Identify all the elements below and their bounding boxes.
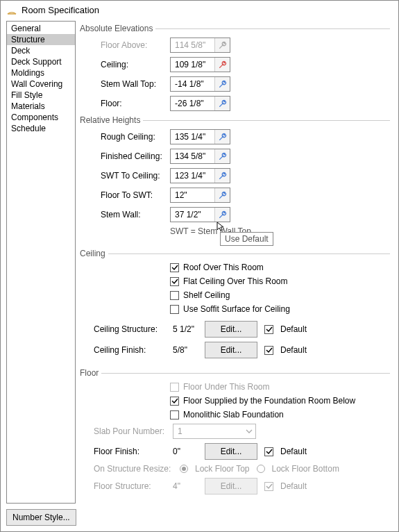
wrench-icon[interactable] <box>214 130 230 144</box>
ceiling-structure-label: Ceiling Structure: <box>94 324 166 334</box>
slab-pour-value: 1 <box>178 426 182 436</box>
floor-checkbox[interactable] <box>170 410 179 419</box>
sidebar-item-deck[interactable]: Deck <box>7 45 75 56</box>
floor-finish-default-checkbox[interactable] <box>264 447 273 456</box>
relative-label: Finished Ceiling: <box>101 151 170 161</box>
section-title: Ceiling <box>80 249 105 258</box>
relative-label: Rough Ceiling: <box>101 132 170 142</box>
slab-pour-label: Slab Pour Number: <box>94 426 166 436</box>
ceiling-checkbox[interactable] <box>170 277 179 286</box>
wrench-icon <box>214 38 230 52</box>
floor-structure-default-checkbox <box>264 482 273 491</box>
number-style-button[interactable]: Number Style... <box>6 509 76 526</box>
relative-input[interactable] <box>171 188 214 202</box>
content-panel: ▸▸▸ Absolute Elevations Floor Above:Ceil… <box>80 21 393 504</box>
absolute-input[interactable] <box>171 58 214 72</box>
default-label: Default <box>280 447 307 456</box>
ceiling-check-row: Flat Ceiling Over This Room <box>80 276 390 286</box>
floor-structure-value: 4" <box>173 481 198 491</box>
absolute-input-group <box>170 96 230 111</box>
floor-structure-row: Floor Structure: 4" Edit... Default <box>80 478 390 494</box>
default-label: Default <box>280 481 307 491</box>
absolute-label: Floor: <box>101 99 170 108</box>
wrench-icon[interactable] <box>214 208 230 222</box>
floor-finish-edit-button[interactable]: Edit... <box>205 443 257 460</box>
structure-resize-row: On Structure Resize: Lock Floor Top Lock… <box>80 464 390 474</box>
wrench-icon[interactable] <box>214 77 230 91</box>
absolute-input-group <box>170 38 230 53</box>
ceiling-check-row: Use Soffit Surface for Ceiling <box>80 304 390 314</box>
section-title: Relative Heights <box>80 115 140 125</box>
ceiling-structure-edit-button[interactable]: Edit... <box>205 321 257 338</box>
absolute-row: Stem Wall Top: <box>80 76 390 92</box>
floor-structure-edit-button: Edit... <box>205 478 257 494</box>
floor-check-label: Monolithic Slab Foundation <box>183 410 284 419</box>
ceiling-structure-row: Ceiling Structure: 5 1/2" Edit... Defaul… <box>80 321 390 338</box>
sidebar-item-materials[interactable]: Materials <box>7 101 75 112</box>
relative-input[interactable] <box>171 149 214 163</box>
absolute-input-group <box>170 57 230 72</box>
lock-floor-top-label: Lock Floor Top <box>195 464 250 474</box>
floor-check-row: Floor Supplied by the Foundation Room Be… <box>80 396 390 406</box>
absolute-input[interactable] <box>171 97 214 110</box>
relative-input[interactable] <box>171 130 214 144</box>
absolute-row: Floor Above: <box>80 38 390 53</box>
absolute-row: Floor: <box>80 96 390 111</box>
floor-check-label: Floor Supplied by the Foundation Room Be… <box>183 396 355 406</box>
section-relative-heights: Relative Heights <box>80 115 390 125</box>
wrench-icon[interactable] <box>214 97 230 110</box>
ceiling-finish-edit-button[interactable]: Edit... <box>205 342 257 358</box>
sidebar-item-general[interactable]: General <box>7 23 75 34</box>
section-title: Floor <box>80 368 99 378</box>
floor-check-label: Floor Under This Room <box>183 382 270 392</box>
structure-resize-label: On Structure Resize: <box>94 464 173 474</box>
wrench-icon[interactable] <box>214 188 230 202</box>
app-icon <box>6 4 17 15</box>
sidebar-item-moldings[interactable]: Moldings <box>7 67 75 78</box>
category-list: GeneralStructureDeckDeck SupportMoldings… <box>6 21 76 504</box>
absolute-input[interactable] <box>171 77 214 91</box>
ceiling-checkbox[interactable] <box>170 263 179 272</box>
relative-row: Rough Ceiling: <box>80 129 390 144</box>
floor-finish-value: 0" <box>173 447 198 456</box>
ceiling-check-row: Roof Over This Room <box>80 263 390 272</box>
relative-input-group <box>170 188 230 203</box>
sidebar-item-wall-covering[interactable]: Wall Covering <box>7 78 75 90</box>
relative-input-group <box>170 207 230 222</box>
floor-checkbox <box>170 383 179 392</box>
sidebar-item-structure[interactable]: Structure <box>7 34 75 45</box>
floor-check-row: Monolithic Slab Foundation <box>80 410 390 419</box>
ceiling-check-label: Shelf Ceiling <box>183 290 230 300</box>
relative-input-group <box>170 129 230 144</box>
sidebar-item-components[interactable]: Components <box>7 112 75 123</box>
ceiling-structure-default-checkbox[interactable] <box>264 325 273 334</box>
ceiling-check-label: Roof Over This Room <box>183 263 264 272</box>
splitter-handle[interactable]: ▸▸▸ <box>80 299 80 315</box>
sidebar-item-deck-support[interactable]: Deck Support <box>7 56 75 67</box>
absolute-label: Ceiling: <box>101 60 170 69</box>
floor-finish-label: Floor Finish: <box>94 447 166 456</box>
default-label: Default <box>280 345 307 355</box>
floor-structure-label: Floor Structure: <box>94 481 166 491</box>
relative-row: Stem Wall: <box>80 207 390 222</box>
wrench-icon[interactable] <box>214 58 230 72</box>
ceiling-check-row: Shelf Ceiling <box>80 290 390 300</box>
section-title: Absolute Elevations <box>80 24 153 33</box>
ceiling-checkbox[interactable] <box>170 305 179 314</box>
relative-input-group <box>170 168 230 183</box>
use-default-tooltip: Use Default <box>220 232 273 246</box>
sidebar-item-fill-style[interactable]: Fill Style <box>7 90 75 101</box>
floor-checkbox[interactable] <box>170 397 179 406</box>
ceiling-checkbox[interactable] <box>170 291 179 300</box>
wrench-icon[interactable] <box>214 169 230 183</box>
ceiling-check-label: Flat Ceiling Over This Room <box>183 276 288 286</box>
ceiling-structure-value: 5 1/2" <box>173 324 198 334</box>
section-absolute-elevations: Absolute Elevations <box>80 24 390 33</box>
sidebar-item-schedule[interactable]: Schedule <box>7 123 75 134</box>
wrench-icon[interactable] <box>214 149 230 163</box>
ceiling-finish-default-checkbox[interactable] <box>264 346 273 355</box>
relative-input[interactable] <box>171 169 214 183</box>
floor-check-row: Floor Under This Room <box>80 382 390 392</box>
relative-input[interactable] <box>171 208 214 222</box>
ceiling-check-label: Use Soffit Surface for Ceiling <box>183 304 290 314</box>
